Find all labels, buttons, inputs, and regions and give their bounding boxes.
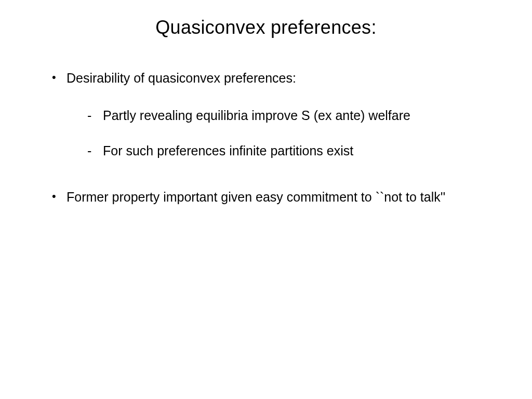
sub-text: For such preferences infinite partitions…: [103, 143, 353, 158]
sub-list: Partly revealing equilibria improve S (e…: [66, 107, 501, 160]
bullet-item: Former property important given easy com…: [52, 189, 501, 206]
bullet-list: Desirability of quasiconvex preferences:…: [31, 70, 501, 206]
slide-container: Quasiconvex preferences: Desirability of…: [0, 0, 532, 399]
sub-item: Partly revealing equilibria improve S (e…: [87, 107, 501, 125]
bullet-item: Desirability of quasiconvex preferences:…: [52, 70, 501, 159]
bullet-text: Former property important given easy com…: [66, 190, 445, 204]
sub-item: For such preferences infinite partitions…: [87, 142, 501, 160]
sub-text: Partly revealing equilibria improve S (e…: [103, 108, 410, 123]
slide-title: Quasiconvex preferences:: [104, 17, 428, 38]
bullet-text: Desirability of quasiconvex preferences:: [66, 71, 296, 85]
